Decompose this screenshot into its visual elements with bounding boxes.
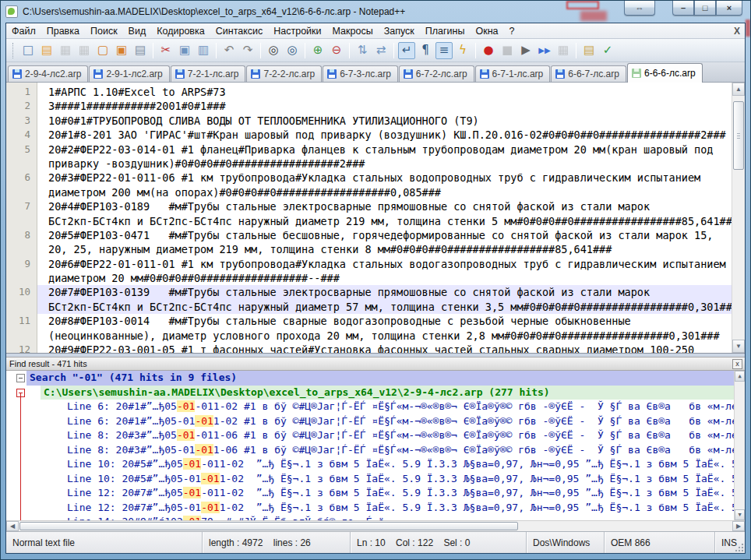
line-text: диаметром 20 мм#0#0#0##0################… <box>37 271 732 285</box>
menu-item-help[interactable]: ? <box>504 23 520 39</box>
run-macro-multiple-button[interactable]: ▶▶ <box>536 42 553 59</box>
tab-6-7-1-лс.arp[interactable]: 6-7-1-лс.arp <box>475 65 551 82</box>
close-all-button[interactable]: ▣ <box>113 42 130 59</box>
open-containing-folder-button[interactable]: ▤ <box>580 42 598 59</box>
minimize-button[interactable]: – <box>672 1 694 16</box>
saved-file-icon <box>632 69 641 78</box>
sync-horizontal-scroll-button[interactable]: ⇄ <box>372 42 390 59</box>
find-file-summary[interactable]: C:\Users\semushin-aa.MADELIX\Desktop\exc… <box>6 386 745 400</box>
find-result-header[interactable]: Find result - 471 hits x <box>6 357 745 371</box>
menu-item-view[interactable]: Вид <box>123 23 152 39</box>
find-result-line[interactable]: Line 12: 20#7#”…ђ05-01-011-02 ”…ђ Ё§¬.1 … <box>6 486 745 501</box>
word-wrap-button[interactable]: ↵ <box>398 42 415 59</box>
scroll-right-icon[interactable]: ▶ <box>732 521 745 531</box>
menu-bar: ФайлПравкаПоискВидКодировкаСинтаксисНаст… <box>6 23 745 39</box>
find-result-line[interactable]: Line 6: 20#1#”…ђ05-01-011-02 #1 в бў ©#Ц… <box>6 400 745 414</box>
play-macro-button[interactable]: ▶ <box>517 42 534 59</box>
new-file-button[interactable]: □ <box>19 42 37 59</box>
replace-button[interactable]: ◎ <box>284 42 301 59</box>
line-number <box>6 185 37 199</box>
open-file-button[interactable]: ▤ <box>38 42 55 59</box>
tab-2-9-4-лс2.arp[interactable]: 2-9-4-лс2.arp <box>8 65 88 82</box>
result-indent <box>6 428 67 443</box>
zoom-out-button[interactable]: ⊖ <box>328 42 345 59</box>
tab-2-9-1-лс2.arp[interactable]: 2-9-1-лс2.arp <box>89 65 169 82</box>
result-indent <box>6 414 67 429</box>
find-result-line[interactable]: Line 6: 20#1#”…ђ05-01-011-02 #1 в бў ©#Ц… <box>6 414 745 429</box>
find-result-line[interactable]: Line 10: 20#5#”…ђ05-01-011-02 ”…ђ Ё§¬.1 … <box>6 472 745 487</box>
cut-button[interactable]: ✂ <box>157 42 175 59</box>
tab-6-6-7-лс.arp[interactable]: 6-6-7-лс.arp <box>551 65 626 82</box>
close-button[interactable]: × <box>716 1 742 16</box>
result-indent <box>6 400 67 414</box>
menu-item-run[interactable]: Запуск <box>379 23 420 39</box>
tab-7-2-2-лс.arp[interactable]: 7-2-2-лс.arp <box>246 65 322 82</box>
find-result-list[interactable]: Search "-01" (471 hits in 9 files) C:\Us… <box>6 371 745 520</box>
scroll-down-icon[interactable]: ▼ <box>732 340 745 353</box>
menu-close-icon[interactable]: X <box>734 26 740 37</box>
line-text: 20#5#ФЕР103-0471 #м#Трубы стальные бесшо… <box>37 228 732 242</box>
print-button[interactable]: ▤ <box>132 42 149 59</box>
close-file-button[interactable]: ▢ <box>94 42 111 59</box>
tab-6-6-6-лс.arp[interactable]: 6-6-6-лс.arp <box>627 63 703 83</box>
scroll-down-icon[interactable]: ▼ <box>735 509 745 520</box>
editor-vertical-scrollbar[interactable]: ▲ ▼ <box>732 83 745 353</box>
indent-guide-button[interactable]: ≡ <box>435 42 453 59</box>
scroll-up-icon[interactable]: ▲ <box>735 371 745 382</box>
result-indent <box>6 457 67 472</box>
sync-vertical-scroll-button[interactable]: ⇅ <box>354 42 371 59</box>
menu-item-search[interactable]: Поиск <box>85 23 123 39</box>
record-macro-button[interactable]: ● <box>480 42 497 59</box>
find-button[interactable]: ◎ <box>265 42 282 59</box>
editor[interactable]: 11#АРПС 1.10#Excel to ARPS#7323####1####… <box>6 83 745 354</box>
swap-button[interactable]: ⇔ <box>624 1 655 16</box>
undo-button[interactable]: ↶ <box>220 42 238 59</box>
find-result-line[interactable]: Line 8: 20#3#”…ђ05-01-011-06 #1 в бў ©#Ц… <box>6 428 745 443</box>
open-file-icon: ▤ <box>41 44 52 56</box>
menu-item-file[interactable]: Файл <box>6 23 41 39</box>
paste-button[interactable]: ▥ <box>195 42 212 59</box>
collapse-icon[interactable] <box>16 374 25 382</box>
menu-item-syntax[interactable]: Синтаксис <box>210 23 269 39</box>
line-number: 8 <box>6 228 37 242</box>
scroll-up-icon[interactable]: ▲ <box>732 83 745 96</box>
line-text: 20#6#ФЕР22-01-011-01 #1 км трубопровода#… <box>37 257 732 271</box>
find-result-close-icon[interactable]: x <box>732 359 742 369</box>
tab-6-7-3-лс.arp[interactable]: 6-7-3-лс.arp <box>323 65 398 82</box>
copy-button[interactable]: ▣ <box>176 42 193 59</box>
find-horizontal-scrollbar[interactable]: ◀ ▶ <box>6 520 745 531</box>
menu-item-edit[interactable]: Правка <box>41 23 85 39</box>
result-text: Line 10: 20#5#”…ђ05-01-011-02 ”…ђ Ё§¬.1 … <box>67 457 745 472</box>
find-search-summary[interactable]: Search "-01" (471 hits in 9 files) <box>6 371 745 386</box>
find-result-line[interactable]: Line 12: 20#7#”…ђ05-01-011-02 ”…ђ Ё§¬.1 … <box>6 501 745 516</box>
function-list-icon: ϟ <box>459 44 467 56</box>
scroll-left-icon[interactable]: ◀ <box>6 521 19 531</box>
editor-row: 1120#8#ФЕР103-0014 #м#Трубы стальные сва… <box>6 314 732 328</box>
menu-item-macros[interactable]: Макросы <box>327 23 379 39</box>
editor-scrollbar-thumb[interactable] <box>733 101 744 170</box>
find-scrollbar-thumb[interactable] <box>19 522 518 530</box>
zoom-in-button[interactable]: ⊕ <box>309 42 326 59</box>
find-result-line[interactable]: Line 14: 20#9#”ѓ102-0179 #.#ЈЎ Ё Ёб влЎ … <box>6 515 745 520</box>
function-list-button[interactable]: ϟ <box>454 42 471 59</box>
spell-check-button[interactable]: ✓ <box>599 42 616 59</box>
line-number <box>6 271 37 285</box>
menu-item-windows[interactable]: Окна <box>470 23 503 39</box>
editor-text-area[interactable]: 11#АРПС 1.10#Excel to ARPS#7323####1####… <box>6 83 732 353</box>
menu-item-settings[interactable]: Настройки <box>268 23 326 39</box>
line-text: 20#2#ФЕР22-03-014-01 #1 фланец#Приварка … <box>37 143 732 157</box>
tab-6-7-2-лс.arp[interactable]: 6-7-2-лс.arp <box>399 65 474 82</box>
find-vertical-scrollbar[interactable]: ▲ ▼ <box>734 371 745 520</box>
find-result-line[interactable]: Line 10: 20#5#”…ђ05-01-011-02 ”…ђ Ё§¬.1 … <box>6 457 745 472</box>
redo-button[interactable]: ↷ <box>239 42 256 59</box>
menu-item-encoding[interactable]: Кодировка <box>151 23 210 39</box>
menu-item-plugins[interactable]: Плагины <box>420 23 471 39</box>
maximize-button[interactable]: □ <box>694 1 716 16</box>
resize-grip[interactable] <box>734 542 744 552</box>
stop-macro-icon: ■ <box>502 44 513 56</box>
find-result-line[interactable]: Line 8: 20#3#”…ђ05-01-011-06 #1 в бў ©#Ц… <box>6 443 745 458</box>
tab-7-2-1-лс.arp[interactable]: 7-2-1-лс.arp <box>171 65 246 82</box>
line-number <box>6 214 37 228</box>
show-all-characters-button[interactable]: ¶ <box>417 42 434 59</box>
file-summary-text: C:\Users\semushin-aa.MADELIX\Desktop\exc… <box>41 386 745 400</box>
